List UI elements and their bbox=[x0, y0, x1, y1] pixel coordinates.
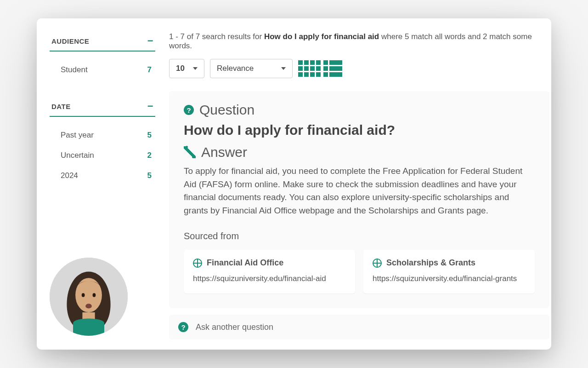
results-main: 1 - 7 of 7 search results for How do I a… bbox=[155, 32, 551, 336]
list-view-icon[interactable] bbox=[323, 60, 342, 77]
search-results-page: AUDIENCE − Student 7 DATE − Past year 5 bbox=[37, 18, 551, 350]
sort-value: Relevance bbox=[217, 64, 254, 73]
facet-item-uncertain[interactable]: Uncertain 2 bbox=[50, 145, 155, 166]
assistant-avatar[interactable] bbox=[50, 258, 128, 336]
ask-another-label: Ask another question bbox=[196, 322, 273, 332]
facet-item-label: Uncertain bbox=[61, 151, 94, 160]
facet-audience: AUDIENCE − Student 7 bbox=[50, 32, 155, 80]
source-card[interactable]: Financial Aid Office https://squizuniver… bbox=[184, 250, 355, 293]
results-summary: 1 - 7 of 7 search results for How do I a… bbox=[169, 32, 549, 51]
avatar-icon bbox=[50, 258, 128, 336]
ask-another-row[interactable]: ? Ask another question bbox=[169, 315, 549, 339]
question-mark-icon: ? bbox=[178, 322, 188, 332]
facet-item-count: 7 bbox=[147, 65, 152, 75]
qa-card: ? Question How do I apply for financial … bbox=[169, 91, 549, 308]
globe-icon bbox=[373, 259, 382, 268]
chevron-down-icon bbox=[281, 67, 286, 70]
answer-body: To apply for financial aid, you need to … bbox=[184, 165, 535, 217]
facet-item-past-year[interactable]: Past year 5 bbox=[50, 125, 155, 145]
source-title: Scholarships & Grants bbox=[386, 258, 475, 268]
minus-icon[interactable]: − bbox=[147, 101, 153, 111]
wand-icon bbox=[184, 146, 196, 158]
facet-item-label: Past year bbox=[61, 131, 94, 140]
question-mark-icon: ? bbox=[184, 105, 194, 115]
source-list: Financial Aid Office https://squizuniver… bbox=[184, 250, 535, 293]
results-controls: 10 Relevance bbox=[169, 59, 549, 78]
question-label: Question bbox=[199, 102, 254, 118]
facet-title: DATE bbox=[51, 103, 71, 110]
facet-header-date[interactable]: DATE − bbox=[50, 98, 155, 117]
source-title: Financial Aid Office bbox=[207, 258, 283, 268]
facet-item-student[interactable]: Student 7 bbox=[50, 60, 155, 80]
svg-point-3 bbox=[82, 293, 85, 297]
question-text: How do I apply for financial aid? bbox=[184, 122, 535, 138]
facet-header-audience[interactable]: AUDIENCE − bbox=[50, 32, 155, 52]
globe-icon bbox=[193, 259, 202, 268]
page-size-value: 10 bbox=[176, 64, 185, 73]
chevron-down-icon bbox=[193, 67, 198, 70]
facet-item-label: Student bbox=[61, 65, 88, 75]
facet-sidebar: AUDIENCE − Student 7 DATE − Past year 5 bbox=[50, 32, 155, 336]
answer-heading: Answer bbox=[184, 144, 535, 160]
facet-item-2024[interactable]: 2024 5 bbox=[50, 166, 155, 186]
facet-date: DATE − Past year 5 Uncertain 2 2024 5 bbox=[50, 98, 155, 186]
view-toggle bbox=[298, 60, 342, 77]
summary-prefix: 1 - 7 of 7 search results for bbox=[169, 32, 264, 41]
summary-query: How do I apply for financial aid bbox=[264, 32, 379, 41]
facet-item-label: 2024 bbox=[61, 171, 78, 180]
sort-select[interactable]: Relevance bbox=[210, 59, 293, 78]
svg-point-4 bbox=[93, 293, 96, 297]
facet-item-count: 5 bbox=[147, 131, 152, 140]
question-heading: ? Question bbox=[184, 102, 535, 118]
sourced-from-label: Sourced from bbox=[184, 231, 535, 242]
minus-icon[interactable]: − bbox=[147, 36, 153, 46]
source-url: https://squizuniversity.edu/financial-ai… bbox=[193, 274, 346, 283]
page-size-select[interactable]: 10 bbox=[169, 59, 204, 78]
grid-view-icon[interactable] bbox=[298, 60, 321, 77]
source-card[interactable]: Scholarships & Grants https://squizunive… bbox=[363, 250, 535, 293]
facet-item-count: 2 bbox=[147, 151, 152, 160]
answer-label: Answer bbox=[201, 144, 247, 160]
facet-item-count: 5 bbox=[147, 171, 152, 180]
source-url: https://squizuniversity.edu/financial-gr… bbox=[373, 274, 526, 283]
facet-title: AUDIENCE bbox=[51, 37, 89, 45]
svg-point-5 bbox=[85, 304, 92, 308]
